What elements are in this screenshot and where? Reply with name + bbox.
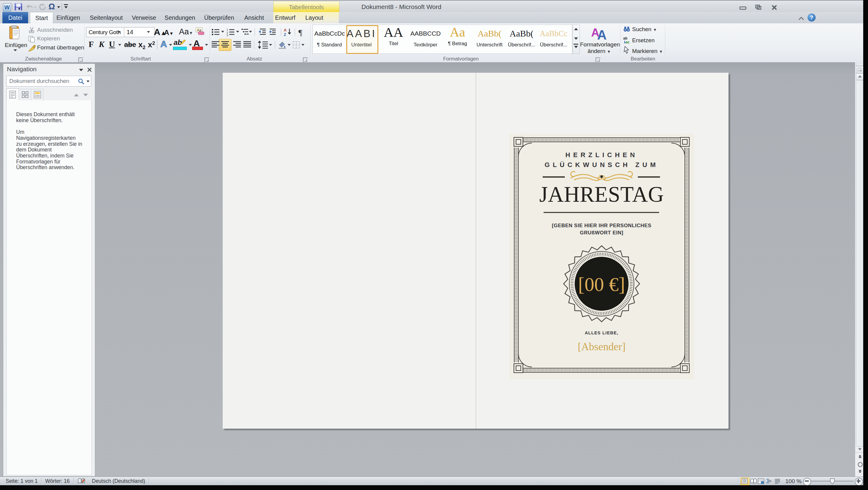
svg-text:Z: Z: [284, 32, 286, 36]
svg-text:ac: ac: [625, 40, 630, 44]
svg-text:A: A: [284, 28, 287, 32]
svg-text:¶: ¶: [299, 28, 302, 36]
svg-text:1: 1: [226, 28, 228, 31]
svg-text:A: A: [597, 28, 607, 41]
svg-text:3: 3: [226, 34, 228, 36]
